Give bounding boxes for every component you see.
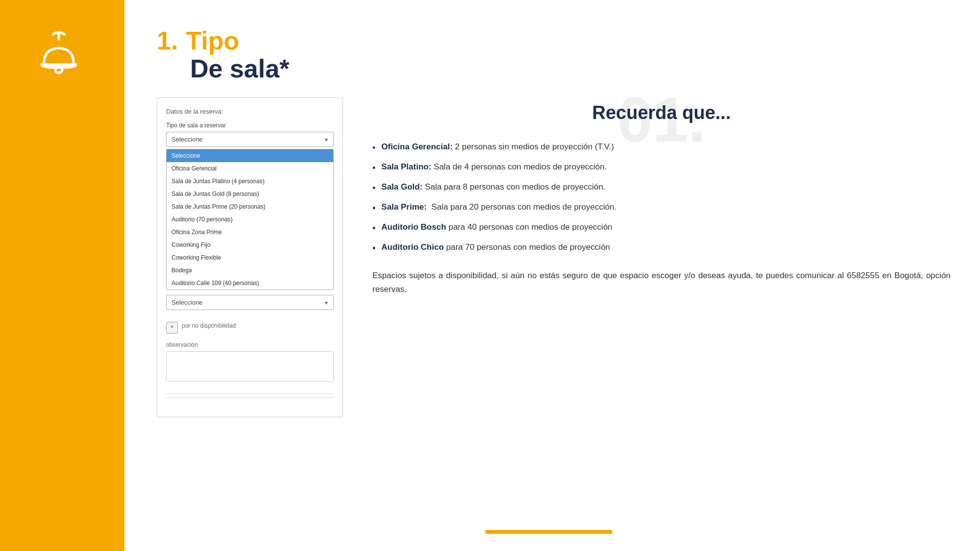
remember-title: Recuerda que... bbox=[372, 102, 951, 123]
title-dark: De sala* bbox=[157, 55, 951, 83]
info-note: Espacios sujetos a disponibilidad, si aú… bbox=[372, 269, 951, 295]
main-content: 1.Tipo De sala* Datos de la reserva: Tip… bbox=[118, 0, 980, 551]
sede-select-wrapper[interactable]: Seleccione ▼ bbox=[166, 295, 334, 310]
bullet-bold-5: Auditorio Chico bbox=[381, 242, 443, 252]
progress-bar bbox=[485, 530, 612, 534]
bullet-item-0: • Oficina Gerencial: 2 personas sin medi… bbox=[372, 141, 951, 155]
tipo-select-wrapper[interactable]: Seleccione ▼ bbox=[166, 132, 334, 147]
bullet-bold-2: Sala Gold: bbox=[381, 182, 422, 192]
dropdown-menu: Seleccione Oficina Gerencial Sala de Jun… bbox=[166, 149, 334, 290]
title-section: 1.Tipo De sala* bbox=[157, 27, 951, 83]
sede-select[interactable]: Seleccione bbox=[166, 295, 334, 310]
svg-point-0 bbox=[55, 66, 62, 73]
sidebar bbox=[0, 0, 118, 551]
bullet-dot-1: • bbox=[372, 162, 375, 175]
dropdown-item-10[interactable]: Auditorio Calle 109 (40 personas) bbox=[167, 277, 333, 289]
two-col-layout: Datos de la reserva: Tipo de sala a rese… bbox=[157, 97, 951, 531]
dropdown-item-0[interactable]: Seleccione bbox=[167, 149, 333, 162]
bullet-list: • Oficina Gerencial: 2 personas sin medi… bbox=[372, 141, 951, 255]
bullet-dot-5: • bbox=[372, 242, 375, 255]
form-bottom-lines bbox=[166, 393, 334, 398]
dropdown-item-2[interactable]: Sala de Juntas Platino (4 personas) bbox=[167, 175, 333, 188]
bullet-bold-3: Sala Prime: bbox=[381, 202, 427, 212]
dropdown-item-8[interactable]: Coworking Flexible bbox=[167, 251, 333, 264]
bullet-bold-4: Auditorio Bosch bbox=[381, 222, 446, 232]
bullet-dot-4: • bbox=[372, 222, 375, 235]
form-line-2 bbox=[166, 398, 334, 398]
bullet-dot-2: • bbox=[372, 182, 375, 195]
title-line1: 1.Tipo bbox=[157, 27, 951, 55]
field-label-tipo: Tipo de sala a reservar bbox=[166, 122, 334, 129]
bullet-dot-0: • bbox=[372, 142, 375, 155]
observacion-label: observación bbox=[166, 341, 334, 348]
form-header-label: Datos de la reserva: bbox=[166, 108, 334, 115]
observacion-textarea[interactable] bbox=[166, 351, 334, 382]
bullet-item-1: • Sala Platino: Sala de 4 personas con m… bbox=[372, 161, 951, 175]
bullet-text-3: Sala Prime: Sala para 20 personas con me… bbox=[381, 201, 616, 214]
info-panel: 01. Recuerda que... • Oficina Gerencial:… bbox=[372, 97, 951, 295]
bullet-bold-1: Sala Platino: bbox=[381, 162, 431, 171]
dropdown-item-7[interactable]: Coworking Fijo bbox=[167, 239, 333, 251]
no-disp-text: por no disponibilidad bbox=[182, 322, 236, 329]
form-panel: Datos de la reserva: Tipo de sala a rese… bbox=[157, 97, 343, 417]
dropdown-item-9[interactable]: Bodega bbox=[167, 264, 333, 277]
dropdown-item-3[interactable]: Sala de Juntas Gold (8 personas) bbox=[167, 188, 333, 200]
bullet-text-5: Auditorio Chico para 70 personas con med… bbox=[381, 241, 610, 254]
dropdown-item-1[interactable]: Oficina Gerencial bbox=[167, 162, 333, 175]
bullet-text-0: Oficina Gerencial: 2 personas sin medios… bbox=[381, 141, 614, 153]
bullet-text-4: Auditorio Bosch para 40 personas con med… bbox=[381, 221, 612, 234]
bullet-text-1: Sala Platino: Sala de 4 personas con med… bbox=[381, 161, 607, 173]
star-button[interactable]: * bbox=[166, 322, 178, 334]
dropdown-item-4[interactable]: Sala de Juntas Prime (20 personas) bbox=[167, 200, 333, 213]
step-number: 1. bbox=[157, 26, 178, 55]
dropdown-item-5[interactable]: Auditorio (70 personas) bbox=[167, 213, 333, 226]
form-line-1 bbox=[166, 393, 334, 394]
bullet-item-4: • Auditorio Bosch para 40 personas con m… bbox=[372, 221, 951, 235]
select-value: Seleccione bbox=[172, 136, 203, 143]
bullet-text-2: Sala Gold: Sala para 8 personas con medi… bbox=[381, 181, 605, 193]
bullet-item-2: • Sala Gold: Sala para 8 personas con me… bbox=[372, 181, 951, 195]
bullet-item-5: • Auditorio Chico para 70 personas con m… bbox=[372, 241, 951, 255]
bullet-dot-3: • bbox=[372, 202, 375, 215]
bullet-bold-0: Oficina Gerencial: bbox=[381, 142, 453, 151]
sede-value: Seleccione bbox=[172, 299, 203, 306]
dropdown-item-6[interactable]: Oficina Zona Prime bbox=[167, 226, 333, 239]
bell-icon bbox=[32, 29, 86, 83]
bullet-item-3: • Sala Prime: Sala para 20 personas con … bbox=[372, 201, 951, 215]
title-orange: Tipo bbox=[186, 26, 239, 55]
tipo-select[interactable]: Seleccione bbox=[166, 132, 334, 147]
